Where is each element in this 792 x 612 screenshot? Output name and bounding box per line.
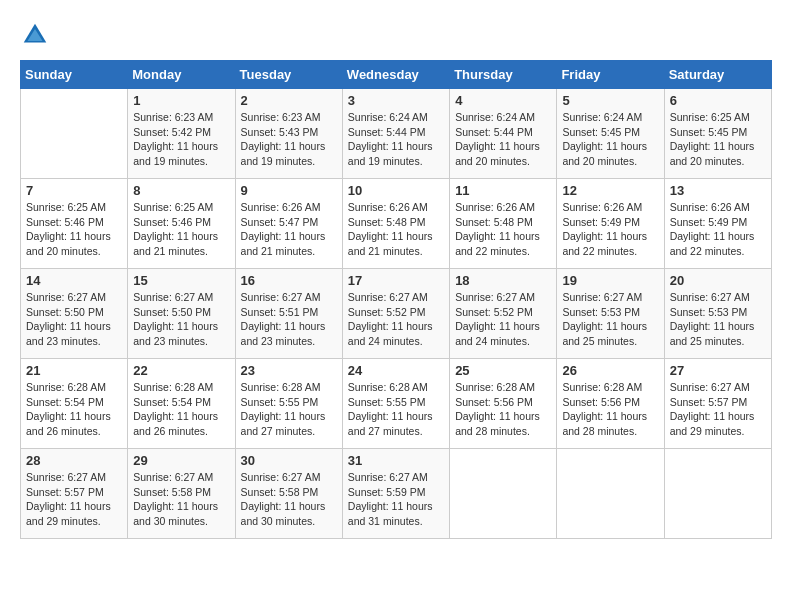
day-info: Sunrise: 6:27 AM Sunset: 5:58 PM Dayligh… — [241, 470, 337, 529]
day-number: 9 — [241, 183, 337, 198]
day-info: Sunrise: 6:25 AM Sunset: 5:46 PM Dayligh… — [26, 200, 122, 259]
day-info: Sunrise: 6:28 AM Sunset: 5:56 PM Dayligh… — [455, 380, 551, 439]
day-number: 17 — [348, 273, 444, 288]
calendar-cell: 11Sunrise: 6:26 AM Sunset: 5:48 PM Dayli… — [450, 179, 557, 269]
day-info: Sunrise: 6:28 AM Sunset: 5:54 PM Dayligh… — [26, 380, 122, 439]
calendar-cell: 28Sunrise: 6:27 AM Sunset: 5:57 PM Dayli… — [21, 449, 128, 539]
day-number: 7 — [26, 183, 122, 198]
day-number: 31 — [348, 453, 444, 468]
calendar-cell: 27Sunrise: 6:27 AM Sunset: 5:57 PM Dayli… — [664, 359, 771, 449]
calendar-week-5: 28Sunrise: 6:27 AM Sunset: 5:57 PM Dayli… — [21, 449, 772, 539]
day-info: Sunrise: 6:26 AM Sunset: 5:49 PM Dayligh… — [562, 200, 658, 259]
calendar-cell: 3Sunrise: 6:24 AM Sunset: 5:44 PM Daylig… — [342, 89, 449, 179]
calendar-cell: 30Sunrise: 6:27 AM Sunset: 5:58 PM Dayli… — [235, 449, 342, 539]
calendar-body: 1Sunrise: 6:23 AM Sunset: 5:42 PM Daylig… — [21, 89, 772, 539]
calendar-cell: 9Sunrise: 6:26 AM Sunset: 5:47 PM Daylig… — [235, 179, 342, 269]
day-number: 10 — [348, 183, 444, 198]
day-info: Sunrise: 6:27 AM Sunset: 5:58 PM Dayligh… — [133, 470, 229, 529]
calendar-cell: 26Sunrise: 6:28 AM Sunset: 5:56 PM Dayli… — [557, 359, 664, 449]
day-number: 1 — [133, 93, 229, 108]
day-info: Sunrise: 6:26 AM Sunset: 5:48 PM Dayligh… — [455, 200, 551, 259]
weekday-header-sunday: Sunday — [21, 61, 128, 89]
day-info: Sunrise: 6:25 AM Sunset: 5:45 PM Dayligh… — [670, 110, 766, 169]
day-number: 26 — [562, 363, 658, 378]
day-info: Sunrise: 6:23 AM Sunset: 5:43 PM Dayligh… — [241, 110, 337, 169]
calendar-header: SundayMondayTuesdayWednesdayThursdayFrid… — [21, 61, 772, 89]
calendar-week-1: 1Sunrise: 6:23 AM Sunset: 5:42 PM Daylig… — [21, 89, 772, 179]
weekday-header-row: SundayMondayTuesdayWednesdayThursdayFrid… — [21, 61, 772, 89]
day-info: Sunrise: 6:28 AM Sunset: 5:55 PM Dayligh… — [241, 380, 337, 439]
day-number: 28 — [26, 453, 122, 468]
calendar-week-4: 21Sunrise: 6:28 AM Sunset: 5:54 PM Dayli… — [21, 359, 772, 449]
calendar-cell — [664, 449, 771, 539]
day-info: Sunrise: 6:27 AM Sunset: 5:52 PM Dayligh… — [348, 290, 444, 349]
calendar-cell — [450, 449, 557, 539]
day-number: 16 — [241, 273, 337, 288]
logo-icon — [20, 20, 50, 50]
calendar-cell: 23Sunrise: 6:28 AM Sunset: 5:55 PM Dayli… — [235, 359, 342, 449]
calendar-cell: 2Sunrise: 6:23 AM Sunset: 5:43 PM Daylig… — [235, 89, 342, 179]
day-number: 15 — [133, 273, 229, 288]
day-info: Sunrise: 6:27 AM Sunset: 5:50 PM Dayligh… — [133, 290, 229, 349]
day-number: 23 — [241, 363, 337, 378]
calendar-cell — [21, 89, 128, 179]
day-info: Sunrise: 6:27 AM Sunset: 5:52 PM Dayligh… — [455, 290, 551, 349]
calendar-cell: 25Sunrise: 6:28 AM Sunset: 5:56 PM Dayli… — [450, 359, 557, 449]
weekday-header-friday: Friday — [557, 61, 664, 89]
day-info: Sunrise: 6:28 AM Sunset: 5:55 PM Dayligh… — [348, 380, 444, 439]
weekday-header-monday: Monday — [128, 61, 235, 89]
day-number: 11 — [455, 183, 551, 198]
day-number: 24 — [348, 363, 444, 378]
day-info: Sunrise: 6:26 AM Sunset: 5:47 PM Dayligh… — [241, 200, 337, 259]
calendar-cell — [557, 449, 664, 539]
day-info: Sunrise: 6:26 AM Sunset: 5:48 PM Dayligh… — [348, 200, 444, 259]
day-number: 6 — [670, 93, 766, 108]
day-info: Sunrise: 6:27 AM Sunset: 5:53 PM Dayligh… — [562, 290, 658, 349]
calendar-cell: 7Sunrise: 6:25 AM Sunset: 5:46 PM Daylig… — [21, 179, 128, 269]
calendar-cell: 20Sunrise: 6:27 AM Sunset: 5:53 PM Dayli… — [664, 269, 771, 359]
calendar-cell: 1Sunrise: 6:23 AM Sunset: 5:42 PM Daylig… — [128, 89, 235, 179]
day-number: 22 — [133, 363, 229, 378]
day-number: 12 — [562, 183, 658, 198]
calendar-week-2: 7Sunrise: 6:25 AM Sunset: 5:46 PM Daylig… — [21, 179, 772, 269]
calendar-cell: 22Sunrise: 6:28 AM Sunset: 5:54 PM Dayli… — [128, 359, 235, 449]
calendar-cell: 8Sunrise: 6:25 AM Sunset: 5:46 PM Daylig… — [128, 179, 235, 269]
day-number: 5 — [562, 93, 658, 108]
day-number: 20 — [670, 273, 766, 288]
day-info: Sunrise: 6:24 AM Sunset: 5:44 PM Dayligh… — [455, 110, 551, 169]
day-number: 25 — [455, 363, 551, 378]
page-header — [20, 20, 772, 50]
calendar-cell: 15Sunrise: 6:27 AM Sunset: 5:50 PM Dayli… — [128, 269, 235, 359]
day-number: 19 — [562, 273, 658, 288]
day-number: 29 — [133, 453, 229, 468]
weekday-header-tuesday: Tuesday — [235, 61, 342, 89]
day-number: 8 — [133, 183, 229, 198]
day-number: 30 — [241, 453, 337, 468]
day-info: Sunrise: 6:23 AM Sunset: 5:42 PM Dayligh… — [133, 110, 229, 169]
day-number: 2 — [241, 93, 337, 108]
calendar-week-3: 14Sunrise: 6:27 AM Sunset: 5:50 PM Dayli… — [21, 269, 772, 359]
calendar-cell: 5Sunrise: 6:24 AM Sunset: 5:45 PM Daylig… — [557, 89, 664, 179]
day-number: 13 — [670, 183, 766, 198]
calendar-cell: 21Sunrise: 6:28 AM Sunset: 5:54 PM Dayli… — [21, 359, 128, 449]
calendar-cell: 4Sunrise: 6:24 AM Sunset: 5:44 PM Daylig… — [450, 89, 557, 179]
calendar-cell: 13Sunrise: 6:26 AM Sunset: 5:49 PM Dayli… — [664, 179, 771, 269]
calendar-cell: 24Sunrise: 6:28 AM Sunset: 5:55 PM Dayli… — [342, 359, 449, 449]
day-info: Sunrise: 6:28 AM Sunset: 5:56 PM Dayligh… — [562, 380, 658, 439]
day-info: Sunrise: 6:27 AM Sunset: 5:50 PM Dayligh… — [26, 290, 122, 349]
calendar-cell: 16Sunrise: 6:27 AM Sunset: 5:51 PM Dayli… — [235, 269, 342, 359]
calendar-cell: 31Sunrise: 6:27 AM Sunset: 5:59 PM Dayli… — [342, 449, 449, 539]
day-number: 27 — [670, 363, 766, 378]
day-number: 4 — [455, 93, 551, 108]
calendar-cell: 29Sunrise: 6:27 AM Sunset: 5:58 PM Dayli… — [128, 449, 235, 539]
calendar-table: SundayMondayTuesdayWednesdayThursdayFrid… — [20, 60, 772, 539]
calendar-cell: 12Sunrise: 6:26 AM Sunset: 5:49 PM Dayli… — [557, 179, 664, 269]
day-info: Sunrise: 6:28 AM Sunset: 5:54 PM Dayligh… — [133, 380, 229, 439]
day-info: Sunrise: 6:27 AM Sunset: 5:53 PM Dayligh… — [670, 290, 766, 349]
calendar-cell: 10Sunrise: 6:26 AM Sunset: 5:48 PM Dayli… — [342, 179, 449, 269]
weekday-header-wednesday: Wednesday — [342, 61, 449, 89]
day-number: 18 — [455, 273, 551, 288]
weekday-header-thursday: Thursday — [450, 61, 557, 89]
day-info: Sunrise: 6:27 AM Sunset: 5:57 PM Dayligh… — [26, 470, 122, 529]
calendar-cell: 6Sunrise: 6:25 AM Sunset: 5:45 PM Daylig… — [664, 89, 771, 179]
